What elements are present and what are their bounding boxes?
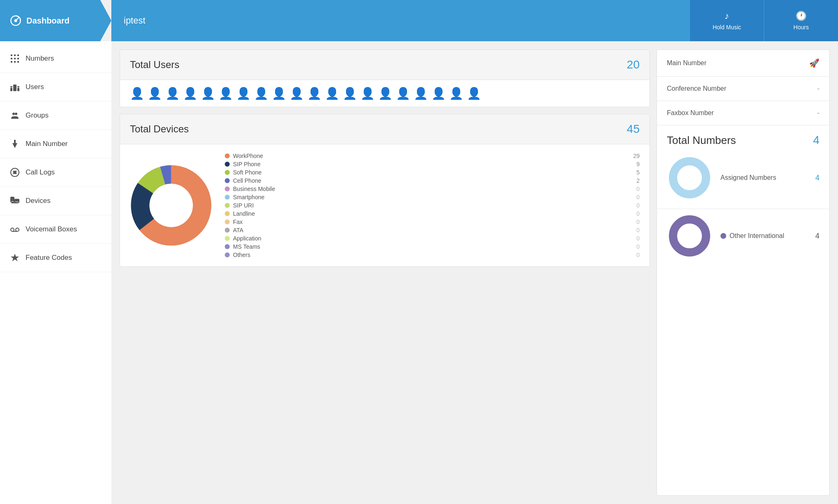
sidebar-item-devices[interactable]: Devices [0,187,111,215]
svg-rect-5 [17,54,19,56]
other-intl-dot [720,233,726,239]
svg-rect-4 [14,54,16,56]
svg-rect-26 [15,200,19,202]
user-icon: 👤 [325,87,339,100]
sidebar-item-numbers[interactable]: Numbers [0,45,111,73]
user-icon: 👤 [290,87,304,100]
svg-rect-11 [17,61,19,63]
devices-donut-svg [130,164,212,247]
other-intl-donut-svg [667,213,712,259]
dashboard-icon [10,15,21,26]
svg-rect-24 [11,198,14,201]
svg-rect-15 [17,88,19,91]
total-devices-card: Total Devices 45 WorkPhone29SIP Phone9So… [120,114,650,267]
legend-item: SIP URI0 [225,202,640,209]
legend-dot [225,219,230,224]
legend-count: 0 [631,252,640,258]
legend-dot [225,228,230,233]
svg-rect-14 [13,85,16,91]
legend-count: 0 [631,243,640,250]
faxbox-number-label: Faxbox Number [667,109,714,117]
right-column: Main Number 🚀 Conference Number - Faxbox… [657,49,830,496]
sidebar-item-call-logs[interactable]: Call Logs [0,158,111,187]
sidebar-item-voicemail-boxes[interactable]: Voicemail Boxes [0,215,111,244]
legend-label: Fax [233,219,628,225]
assigned-numbers-donut [667,155,712,200]
sidebar-users-label: Users [26,83,44,91]
legend-label: Others [233,252,628,258]
sidebar-voicemail-label: Voicemail Boxes [26,225,77,233]
other-intl-donut [667,213,712,259]
svg-point-29 [16,228,19,231]
hold-music-button[interactable]: ♪ Hold Music [690,0,764,41]
svg-rect-7 [14,58,16,59]
sidebar-numbers-label: Numbers [26,54,54,63]
other-intl-section: Other International 4 [657,209,829,267]
svg-point-28 [11,228,14,231]
main-number-section: Main Number 🚀 [657,50,829,77]
legend-count: 0 [631,235,640,242]
user-icon: 👤 [183,87,198,100]
total-users-title: Total Users [130,59,179,71]
svg-rect-12 [10,88,12,91]
total-numbers-count: 4 [813,134,819,147]
legend-label: Business Mobile [233,186,628,192]
svg-rect-13 [10,86,12,87]
clock-icon: 🕐 [796,11,807,21]
app-container: Dashboard iptest ♪ Hold Music 🕐 Hours Nu… [0,0,838,504]
dashboard-label: Dashboard [26,16,69,26]
user-icon: 👤 [343,87,357,100]
sidebar-feature-codes-label: Feature Codes [26,254,72,262]
total-numbers-title: Total Numbers [667,134,736,147]
svg-point-18 [15,113,17,115]
top-nav: Dashboard iptest ♪ Hold Music 🕐 Hours [0,0,838,41]
user-icon: 👤 [236,87,251,100]
total-devices-count: 45 [627,122,640,136]
main-layout: Numbers Users Groups [0,41,838,504]
legend-dot [225,236,230,241]
assigned-donut-svg [667,155,712,200]
numbers-icon [10,54,20,64]
legend-item: Cell Phone2 [225,177,640,184]
legend-item: WorkPhone29 [225,153,640,159]
total-users-count: 20 [627,58,640,71]
faxbox-number-value: - [817,109,819,117]
total-users-header: Total Users 20 [120,50,650,80]
assigned-numbers-section: Assigned Numbers 4 [657,151,829,209]
svg-point-37 [679,167,700,188]
user-icon: 👤 [254,87,268,100]
legend-item: MS Teams0 [225,243,640,250]
legend-item: Landline0 [225,210,640,217]
legend-dot [225,186,230,191]
legend-label: SIP URI [233,202,628,209]
legend-dot [225,153,230,158]
legend-label: Cell Phone [233,177,628,184]
legend-count: 0 [631,219,640,225]
user-icon: 👤 [431,87,446,100]
svg-rect-16 [17,86,19,87]
legend-dot [225,162,230,167]
sidebar-item-groups[interactable]: Groups [0,101,111,130]
sidebar-item-feature-codes[interactable]: Feature Codes [0,244,111,272]
users-icon [10,82,20,92]
legend-label: Smartphone [233,194,628,200]
sidebar-call-logs-label: Call Logs [26,168,55,177]
sidebar-item-users[interactable]: Users [0,73,111,101]
assigned-numbers-count: 4 [815,174,819,182]
svg-rect-8 [17,58,19,59]
hours-button[interactable]: 🕐 Hours [764,0,838,41]
legend-item: Fax0 [225,219,640,225]
sidebar-item-main-number[interactable]: Main Number [0,130,111,158]
svg-point-39 [679,226,700,246]
account-title: iptest [111,0,690,41]
user-icon: 👤 [414,87,428,100]
content-area: Total Users 20 👤👤👤👤👤👤👤👤👤👤👤👤👤👤👤👤👤👤👤👤 Tota… [111,41,838,504]
user-icon: 👤 [396,87,410,100]
dashboard-nav-item[interactable]: Dashboard [0,0,111,41]
user-icon: 👤 [219,87,233,100]
user-icon: 👤 [130,87,144,100]
legend-count: 9 [631,161,640,167]
main-number-label: Main Number [667,59,706,67]
sidebar-main-number-label: Main Number [26,140,68,148]
legend-item: SIP Phone9 [225,161,640,167]
